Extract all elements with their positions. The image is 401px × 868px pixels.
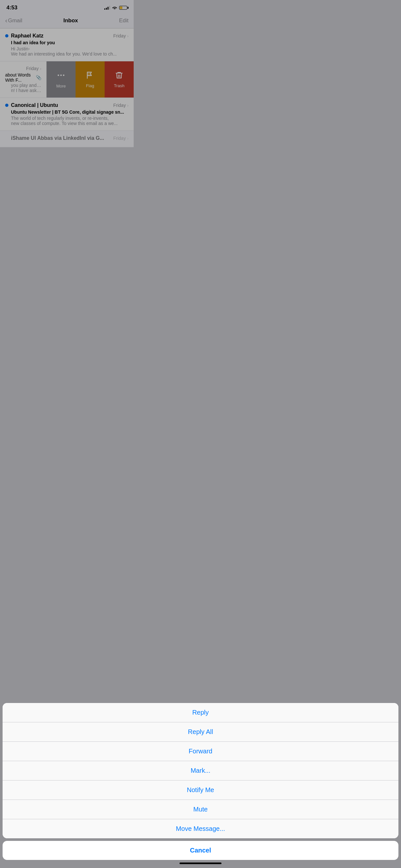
modal-overlay[interactable] bbox=[0, 0, 134, 289]
